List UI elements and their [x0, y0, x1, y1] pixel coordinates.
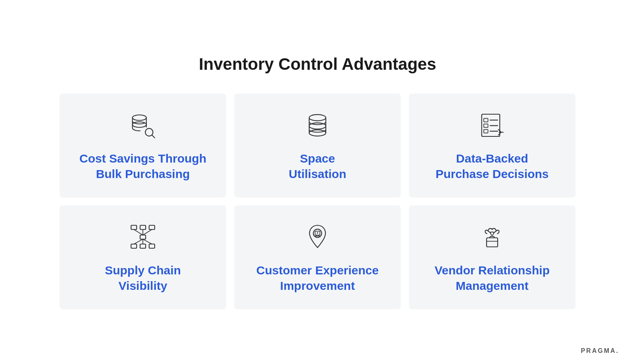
- svg-line-27: [143, 239, 152, 244]
- card-vendor-relationship: Vendor RelationshipManagement: [409, 205, 575, 309]
- brand-logo: PRAGMA.: [581, 347, 619, 354]
- page-title: Inventory Control Advantages: [199, 55, 436, 74]
- svg-point-1: [133, 122, 146, 127]
- card-data-backed: Data-BackedPurchase Decisions: [409, 94, 575, 197]
- handshake-bag-icon: [476, 221, 508, 253]
- database-search-icon: [127, 109, 159, 141]
- database-icon: [302, 109, 333, 141]
- vendor-relationship-label: Vendor RelationshipManagement: [435, 262, 550, 293]
- svg-rect-22: [131, 244, 137, 249]
- svg-rect-16: [131, 225, 137, 230]
- advantages-grid: Cost Savings ThroughBulk Purchasing Spac…: [60, 94, 575, 309]
- customer-experience-label: Customer ExperienceImprovement: [256, 262, 379, 293]
- svg-line-3: [152, 135, 155, 138]
- svg-rect-18: [140, 235, 146, 239]
- svg-rect-12: [484, 130, 488, 133]
- supply-chain-label: Supply ChainVisibility: [105, 262, 181, 293]
- svg-line-19: [134, 230, 143, 235]
- location-pin-icon: [302, 221, 333, 253]
- cost-savings-label: Cost Savings ThroughBulk Purchasing: [79, 151, 206, 182]
- card-cost-savings: Cost Savings ThroughBulk Purchasing: [60, 94, 226, 197]
- card-customer-experience: Customer ExperienceImprovement: [234, 205, 401, 309]
- network-icon: [127, 221, 159, 253]
- svg-rect-8: [484, 119, 488, 122]
- svg-point-4: [309, 115, 326, 121]
- svg-rect-34: [487, 238, 498, 247]
- svg-line-21: [143, 230, 152, 235]
- card-space-utilisation: SpaceUtilisation: [234, 94, 401, 197]
- svg-rect-10: [484, 124, 488, 128]
- space-utilisation-label: SpaceUtilisation: [289, 151, 346, 182]
- svg-rect-23: [140, 244, 146, 249]
- svg-point-5: [309, 123, 326, 129]
- list-check-icon: [476, 109, 508, 141]
- svg-point-6: [309, 130, 326, 136]
- svg-point-33: [317, 232, 318, 234]
- svg-rect-24: [149, 244, 155, 249]
- card-supply-chain: Supply ChainVisibility: [60, 205, 226, 309]
- svg-point-0: [133, 115, 146, 121]
- data-backed-label: Data-BackedPurchase Decisions: [435, 151, 548, 182]
- svg-line-25: [134, 239, 143, 244]
- svg-rect-17: [149, 225, 155, 230]
- svg-rect-15: [140, 225, 146, 230]
